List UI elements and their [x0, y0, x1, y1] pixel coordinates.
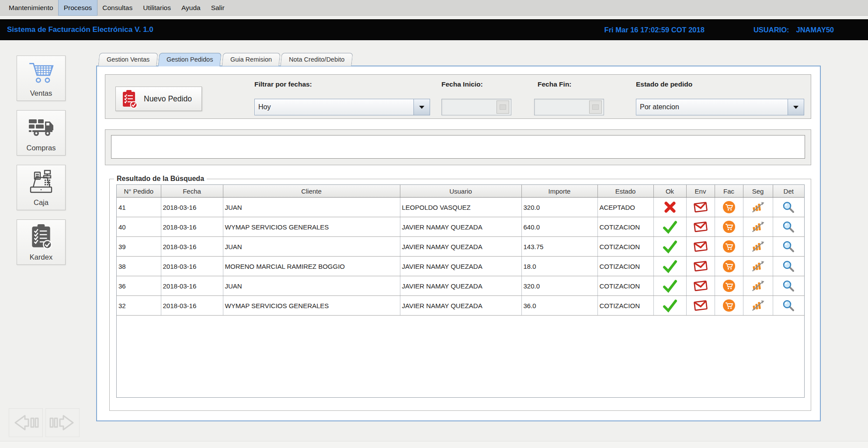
menu-item-ayuda[interactable]: Ayuda [176, 0, 206, 15]
invoice-cart-cell[interactable] [715, 237, 743, 257]
send-email-cell[interactable] [686, 257, 715, 276]
menu-item-mantenimiento[interactable]: Mantenimiento [3, 0, 59, 15]
ok-status-cell[interactable] [653, 296, 686, 316]
invoice-cart-cell[interactable] [715, 276, 743, 296]
tracking-cell[interactable] [743, 237, 773, 257]
cell-cliente: WYMAP SERVICIOS GENERALES [223, 296, 400, 316]
magnifier-icon [782, 220, 795, 233]
check-icon [663, 279, 677, 293]
shopping-cart-icon [17, 56, 65, 89]
ok-status-cell[interactable] [653, 276, 686, 296]
send-email-cell[interactable] [686, 276, 715, 296]
ok-status-cell[interactable] [653, 217, 686, 237]
tab-gestion-ventas[interactable]: Gestion Ventas [98, 53, 158, 66]
previous-button[interactable] [9, 408, 43, 437]
search-input[interactable] [111, 135, 805, 159]
menu-item-utilitarios[interactable]: Utilitarios [138, 0, 176, 15]
sidebar-item-ventas[interactable]: Ventas [17, 56, 66, 101]
cell-estado: COTIZACION [597, 257, 653, 276]
clipboard-check-icon [17, 220, 65, 253]
table-row[interactable]: 40 2018-03-16 WYMAP SERVICIOS GENERALES … [117, 217, 804, 237]
send-email-cell[interactable] [686, 237, 715, 257]
detail-cell[interactable] [773, 296, 804, 316]
column-header-cliente[interactable]: Cliente [223, 185, 400, 198]
column-header-fac[interactable]: Fac [715, 185, 743, 198]
invoice-cart-cell[interactable] [715, 257, 743, 276]
column-header-env[interactable]: Env [686, 185, 715, 198]
cart-circle-icon [722, 299, 736, 312]
cell-fecha: 2018-03-16 [161, 217, 223, 237]
chevron-down-icon[interactable] [788, 99, 804, 115]
tracking-cell[interactable] [743, 217, 773, 237]
filter-dates-combobox[interactable]: Hoy [254, 99, 430, 115]
start-date-label: Fecha Inicio: [441, 80, 483, 88]
column-header-pedido[interactable]: N° Pedido [117, 185, 161, 198]
invoice-cart-cell[interactable] [715, 217, 743, 237]
cart-circle-icon [722, 260, 736, 273]
cell-pedido: 39 [117, 237, 161, 257]
next-button[interactable] [45, 408, 80, 437]
results-table-body: 41 2018-03-16 JUAN LEOPOLDO VASQUEZ 320.… [117, 198, 804, 316]
envelope-icon [693, 259, 708, 273]
column-header-estado[interactable]: Estado [597, 185, 653, 198]
column-header-importe[interactable]: Importe [521, 185, 597, 198]
tracking-cell[interactable] [743, 296, 773, 316]
menu-item-salir[interactable]: Salir [206, 0, 230, 15]
cart-circle-icon [722, 240, 736, 253]
tracking-cell[interactable] [743, 257, 773, 276]
cell-importe: 143.75 [521, 237, 597, 257]
table-row[interactable]: 32 2018-03-16 WYMAP SERVICIOS GENERALES … [117, 296, 804, 316]
sidebar-item-label: Caja [34, 198, 49, 210]
send-email-cell[interactable] [686, 198, 715, 217]
chevron-down-icon[interactable] [413, 99, 430, 115]
table-row[interactable]: 36 2018-03-16 JUAN JAVIER NAMAY QUEZADA … [117, 276, 804, 296]
order-state-combobox[interactable]: Por atencion [636, 99, 804, 115]
column-header-fecha[interactable]: Fecha [161, 185, 223, 198]
tracking-cell[interactable] [743, 276, 773, 296]
invoice-cart-cell[interactable] [715, 296, 743, 316]
cell-fecha: 2018-03-16 [161, 198, 223, 217]
column-header-seg[interactable]: Seg [743, 185, 773, 198]
cell-estado: COTIZACION [597, 276, 653, 296]
ok-status-cell[interactable] [653, 237, 686, 257]
new-order-button[interactable]: Nuevo Pedido [115, 87, 202, 111]
tracking-cell[interactable] [743, 198, 773, 217]
check-icon [663, 220, 677, 234]
calendar-icon[interactable] [496, 101, 509, 114]
detail-cell[interactable] [773, 257, 804, 276]
detail-cell[interactable] [773, 237, 804, 257]
send-email-cell[interactable] [686, 296, 715, 316]
column-header-usuario[interactable]: Usuario [400, 185, 521, 198]
menu-item-consultas[interactable]: Consultas [97, 0, 138, 15]
trend-chart-icon [750, 221, 766, 233]
tab-guia-remision[interactable]: Guia Remision [222, 53, 280, 66]
cell-fecha: 2018-03-16 [161, 276, 223, 296]
column-header-ok[interactable]: Ok [653, 185, 686, 198]
send-email-cell[interactable] [686, 217, 715, 237]
table-header-row: N° Pedido Fecha Cliente Usuario Importe … [117, 185, 804, 198]
cell-estado: ACEPTADO [597, 198, 653, 217]
table-row[interactable]: 38 2018-03-16 MORENO MARCIAL RAMIREZ BOG… [117, 257, 804, 276]
sidebar-item-kardex[interactable]: Kardex [17, 219, 66, 265]
trend-chart-icon [750, 201, 766, 213]
cell-usuario: JAVIER NAMAY QUEZADA [400, 257, 521, 276]
table-row[interactable]: 41 2018-03-16 JUAN LEOPOLDO VASQUEZ 320.… [117, 198, 804, 217]
title-bar-right: Fri Mar 16 17:02:59 COT 2018 USUARIO: JN… [604, 26, 834, 34]
start-date-field[interactable] [441, 99, 511, 115]
cart-circle-icon [722, 201, 736, 214]
ok-status-cell[interactable] [653, 257, 686, 276]
invoice-cart-cell[interactable] [715, 198, 743, 217]
detail-cell[interactable] [773, 276, 804, 296]
sidebar-item-caja[interactable]: Caja [17, 165, 66, 210]
menu-item-procesos[interactable]: Procesos [59, 0, 97, 15]
ok-status-cell[interactable] [653, 198, 686, 217]
tab-nota-credito-debito[interactable]: Nota Credito/Debito [280, 53, 353, 66]
tab-gestion-pedidos[interactable]: Gestion Pedidos [158, 53, 222, 66]
calendar-icon[interactable] [589, 101, 602, 114]
end-date-field[interactable] [534, 99, 604, 115]
detail-cell[interactable] [773, 217, 804, 237]
column-header-det[interactable]: Det [773, 185, 804, 198]
table-row[interactable]: 39 2018-03-16 JUAN JAVIER NAMAY QUEZADA … [117, 237, 804, 257]
detail-cell[interactable] [773, 198, 804, 217]
sidebar-item-compras[interactable]: Compras [17, 110, 66, 156]
